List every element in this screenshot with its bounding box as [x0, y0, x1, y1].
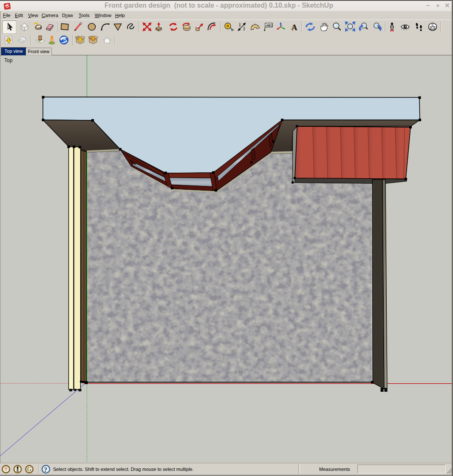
svg-text:A: A — [292, 23, 297, 32]
svg-text:C: C — [432, 23, 434, 26]
svg-text:A-5: A-5 — [431, 27, 435, 29]
svg-text:Top: Top — [4, 57, 13, 63]
svg-text:ABC: ABC — [266, 24, 272, 27]
svg-text:G: G — [27, 466, 32, 473]
svg-text:?: ? — [44, 466, 48, 473]
